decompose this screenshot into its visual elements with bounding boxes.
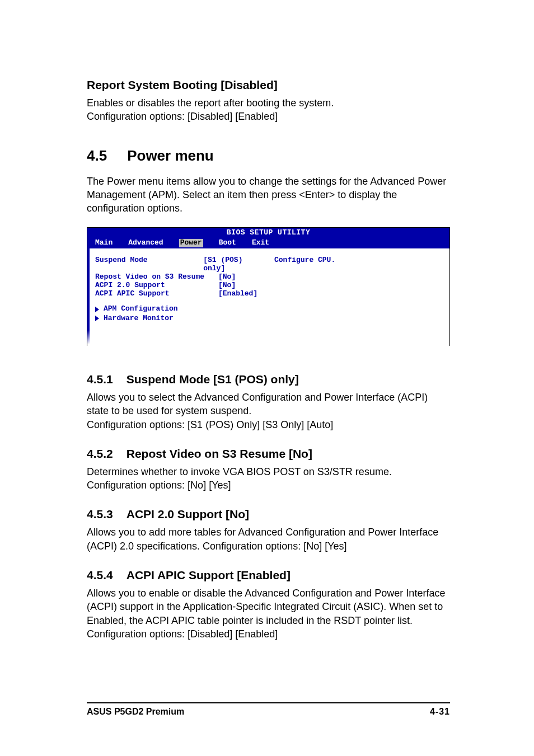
bios-row-value: [Enabled]: [218, 290, 257, 298]
subsection-number: 4.5.1: [87, 373, 113, 386]
paragraph: Configuration options: [S1 (POS) Only] […: [87, 418, 450, 431]
subheading-4-5-3: 4.5.3 ACPI 2.0 Support [No]: [87, 508, 450, 521]
bios-row-label: Suspend Mode: [95, 256, 203, 273]
footer-page-number: 4-31: [430, 707, 450, 717]
bios-submenu: Hardware Monitor: [95, 314, 261, 323]
section-title: Power menu: [127, 147, 214, 165]
bios-tab-boot: Boot: [219, 239, 236, 247]
subsection-title: Repost Video on S3 Resume [No]: [127, 447, 312, 461]
footer-product: ASUS P5GD2 Premium: [87, 707, 184, 717]
bios-submenu-label: Hardware Monitor: [104, 314, 174, 323]
bios-submenu-label: APM Configuration: [104, 305, 178, 313]
bios-row-value: [No]: [218, 273, 236, 281]
subsection-number: 4.5.2: [87, 447, 113, 461]
subsection-title: ACPI APIC Support [Enabled]: [127, 569, 291, 582]
page: Report System Booting [Disabled] Enables…: [0, 0, 534, 756]
subheading-4-5-1: 4.5.1 Suspend Mode [S1 (POS) only]: [87, 373, 450, 386]
subheading-4-5-2: 4.5.2 Repost Video on S3 Resume [No]: [87, 447, 450, 461]
bios-row-value: [S1 (POS) only]: [203, 256, 261, 273]
section-heading-4-5: 4.5 Power menu: [87, 147, 450, 165]
paragraph: Configuration options: [Disabled] [Enabl…: [87, 110, 450, 123]
bios-tabs: Main Advanced Power Boot Exit: [87, 238, 449, 248]
paragraph: Allows you to add more tables for Advanc…: [87, 525, 450, 553]
page-footer: ASUS P5GD2 Premium 4-31: [87, 702, 450, 717]
paragraph: Enables or disables the report after boo…: [87, 96, 450, 110]
heading-report-system-booting: Report System Booting [Disabled]: [87, 78, 450, 92]
paragraph: The Power menu items allow you to change…: [87, 175, 450, 215]
bios-tab-main: Main: [95, 239, 113, 247]
bios-left-pane: Suspend Mode[S1 (POS) only] Repost Video…: [87, 248, 261, 345]
subheading-4-5-4: 4.5.4 ACPI APIC Support [Enabled]: [87, 569, 450, 582]
subsection-number: 4.5.3: [87, 508, 113, 521]
subsection-title: ACPI 2.0 Support [No]: [127, 508, 249, 521]
bios-row-value: [No]: [218, 281, 236, 290]
bios-title: BIOS SETUP UTILITY: [87, 228, 449, 238]
bios-body: Suspend Mode[S1 (POS) only] Repost Video…: [87, 248, 449, 345]
section-number: 4.5: [87, 147, 107, 165]
bios-tab-power: Power: [179, 239, 203, 247]
bios-row-label: ACPI 2.0 Support: [95, 281, 218, 290]
bios-tab-advanced: Advanced: [128, 239, 163, 247]
bios-screenshot: BIOS SETUP UTILITY Main Advanced Power B…: [87, 227, 450, 345]
triangle-icon: [95, 307, 99, 312]
paragraph: Determines whether to invoke VGA BIOS PO…: [87, 465, 450, 492]
subsection-number: 4.5.4: [87, 569, 113, 582]
paragraph: Allows you to select the Advanced Config…: [87, 391, 450, 418]
bios-submenu: APM Configuration: [95, 305, 261, 313]
bios-tab-exit: Exit: [252, 239, 269, 247]
bios-row-label: ACPI APIC Support: [95, 290, 218, 298]
bios-row-label: Repost Video on S3 Resume: [95, 273, 218, 281]
footer-rule: [87, 702, 450, 703]
triangle-icon: [95, 316, 99, 321]
subsection-title: Suspend Mode [S1 (POS) only]: [127, 373, 299, 386]
bios-help-pane: Configure CPU.: [261, 248, 449, 345]
paragraph: Allows you to enable or disable the Adva…: [87, 586, 450, 641]
